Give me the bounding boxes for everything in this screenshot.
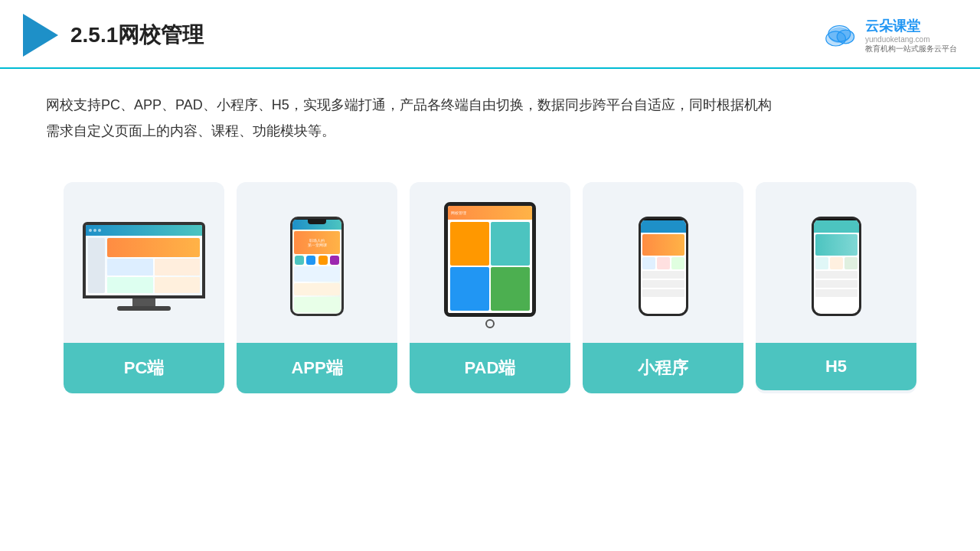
cards-container: PC端 职场人的第一堂网课: [0, 159, 980, 416]
app-card-2: [294, 283, 340, 295]
card-pad-label: PAD端: [410, 343, 570, 393]
pad-tablet-body: 网校管理: [444, 202, 536, 317]
mini-list-3: [642, 289, 684, 297]
pc-device: [83, 222, 205, 311]
app-icons-row: [294, 256, 340, 265]
pad-header-text: 网校管理: [451, 210, 466, 215]
mini-list-2: [642, 280, 684, 288]
pc-grid-item-1: [107, 259, 153, 276]
pad-home-btn: [485, 319, 495, 328]
pad-tablet-header: 网校管理: [448, 206, 532, 220]
card-h5: H5: [756, 182, 916, 393]
h5-list-1: [815, 271, 858, 279]
header-left: 2.5.1网校管理: [23, 14, 204, 57]
pc-base: [117, 306, 171, 311]
brand-text: 云朵课堂 yunduoketang.com 教育机构一站式服务云平台: [865, 17, 957, 54]
mini-grid-1: [642, 257, 655, 269]
cloud-icon: [822, 21, 859, 49]
h5-list-3: [815, 289, 858, 297]
app-phone-notch: [308, 220, 326, 224]
pc-grid-item-3: [107, 277, 153, 294]
h5-grid: [815, 257, 858, 269]
h5-grid-2: [830, 257, 843, 269]
card-h5-image-area: [756, 182, 916, 343]
pad-tablet-device: 网校管理: [444, 202, 536, 331]
description-line2: 需求自定义页面上的内容、课程、功能模块等。: [46, 118, 934, 144]
brand-logo: 云朵课堂 yunduoketang.com 教育机构一站式服务云平台: [822, 17, 957, 54]
mini-header-bar: [641, 220, 686, 233]
card-mini-label: 小程序: [583, 343, 743, 393]
pc-content-mock: [107, 238, 200, 293]
app-icon-1: [295, 256, 304, 265]
mini-list-1: [642, 271, 684, 279]
app-card-3: [294, 297, 340, 312]
pc-screen-header: [86, 225, 202, 236]
h5-body: [814, 233, 859, 314]
title-main: 网校管理: [118, 23, 204, 47]
card-pad: 网校管理 PAD端: [410, 182, 570, 393]
description-text: 网校支持PC、APP、PAD、小程序、H5，实现多端打通，产品各终端自由切换，数…: [0, 69, 980, 152]
card-pc-label: PC端: [64, 343, 224, 393]
brand-tagline: 教育机构一站式服务云平台: [865, 44, 957, 54]
mini-grid-2: [657, 257, 670, 269]
pad-body-content: [448, 220, 532, 313]
pc-sidebar-mock: [88, 238, 105, 293]
app-card-1: [294, 266, 340, 282]
pad-card-2: [491, 222, 530, 266]
app-phone-screen: 职场人的第一堂网课: [292, 220, 341, 314]
card-app-image-area: 职场人的第一堂网课: [237, 182, 397, 343]
logo-triangle-icon: [23, 14, 58, 57]
h5-grid-3: [844, 257, 858, 269]
title-number: 2.5.1: [70, 23, 118, 47]
h5-phone-device: [812, 217, 861, 316]
mini-banner: [642, 234, 684, 256]
h5-header-bar: [814, 220, 859, 233]
pc-screen: [86, 225, 202, 295]
card-pad-image-area: 网校管理: [410, 182, 570, 343]
card-pc: PC端: [64, 182, 224, 393]
app-phone-device: 职场人的第一堂网课: [290, 217, 344, 316]
pad-card-4: [491, 267, 530, 311]
h5-list-2: [815, 280, 858, 288]
pad-card-3: [450, 267, 489, 311]
brand-name: 云朵课堂: [865, 17, 920, 35]
card-mini-image-area: [583, 182, 743, 343]
mini-body: [641, 233, 686, 314]
page-header: 2.5.1网校管理 云朵课堂 yunduoketang.com 教育机构一站式服…: [0, 0, 980, 69]
pc-dot-2: [93, 229, 96, 232]
app-icon-2: [306, 256, 315, 265]
card-pc-image-area: [64, 182, 224, 343]
pc-grid-item-4: [155, 277, 201, 294]
pc-screen-body: [86, 236, 202, 295]
app-icon-3: [318, 256, 328, 265]
page-title: 2.5.1网校管理: [70, 21, 204, 50]
pc-stand: [132, 298, 155, 306]
app-banner-text: 职场人的第一堂网课: [308, 238, 327, 247]
pad-card-1: [450, 222, 489, 266]
brand-url: yunduoketang.com: [865, 35, 930, 44]
pc-banner-mock: [107, 238, 200, 257]
h5-screen: [814, 220, 859, 314]
h5-banner: [815, 234, 858, 256]
description-line1: 网校支持PC、APP、PAD、小程序、H5，实现多端打通，产品各终端自由切换，数…: [46, 92, 934, 118]
mini-phone-device: [639, 217, 688, 316]
card-mini: 小程序: [583, 182, 743, 393]
pc-dot-1: [89, 229, 92, 232]
app-banner: 职场人的第一堂网课: [294, 231, 340, 254]
app-icon-4: [330, 256, 339, 265]
app-screen-body: 职场人的第一堂网课: [292, 230, 341, 314]
card-app-label: APP端: [237, 343, 397, 393]
h5-grid-1: [815, 257, 828, 269]
mini-grid-3: [671, 257, 684, 269]
app-phone-body: 职场人的第一堂网课: [290, 217, 344, 316]
pad-tablet-screen: 网校管理: [448, 206, 532, 313]
pc-grid-mock: [107, 259, 200, 293]
mini-grid: [642, 257, 684, 269]
pc-monitor: [83, 222, 205, 298]
card-app: 职场人的第一堂网课: [237, 182, 397, 393]
pc-dot-3: [98, 229, 101, 232]
pc-grid-item-2: [155, 259, 201, 276]
mini-screen: [641, 220, 686, 314]
svg-point-2: [828, 27, 851, 43]
card-h5-label: H5: [756, 343, 916, 390]
